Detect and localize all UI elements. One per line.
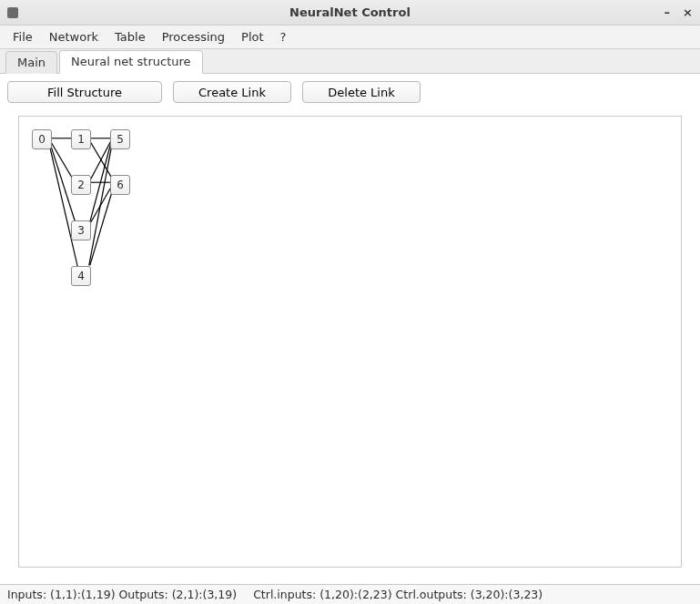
toolbar: Fill Structure Create Link Delete Link xyxy=(7,81,693,103)
tab-main[interactable]: Main xyxy=(5,51,57,74)
content: Fill Structure Create Link Delete Link xyxy=(0,74,700,584)
node-0[interactable]: 0 xyxy=(32,129,52,149)
menu-help[interactable]: ? xyxy=(273,27,294,46)
status-ctrl-inputs-label: Ctrl.inputs: xyxy=(253,588,316,601)
status-outputs-label: Outputs: xyxy=(119,588,168,601)
status-ctrl-inputs-value: (1,20):(2,23) xyxy=(320,588,391,601)
minimize-button[interactable]: – xyxy=(664,5,671,19)
window-controls: – × xyxy=(664,5,693,19)
titlebar: NeuralNet Control – × xyxy=(0,0,700,26)
status-ctrl-outputs-label: Ctrl.outputs: xyxy=(396,588,467,601)
svg-line-3 xyxy=(49,145,77,268)
menu-processing[interactable]: Processing xyxy=(155,27,232,46)
node-1[interactable]: 1 xyxy=(71,129,91,149)
tab-structure[interactable]: Neural net structure xyxy=(59,50,202,74)
status-outputs-value: (2,1):(3,19) xyxy=(172,588,237,601)
svg-line-11 xyxy=(90,186,114,265)
svg-line-5 xyxy=(91,143,113,180)
svg-line-8 xyxy=(90,143,111,222)
menu-table[interactable]: Table xyxy=(107,27,153,46)
create-link-button[interactable]: Create Link xyxy=(173,81,291,103)
status-ctrl-outputs-value: (3,20):(3,23) xyxy=(471,588,543,601)
menu-network[interactable]: Network xyxy=(42,27,106,46)
node-2[interactable]: 2 xyxy=(71,175,91,195)
svg-line-10 xyxy=(89,144,112,265)
node-3[interactable]: 3 xyxy=(71,220,91,241)
app-icon xyxy=(7,7,18,18)
node-4[interactable]: 4 xyxy=(71,266,91,286)
node-6[interactable]: 6 xyxy=(110,175,130,195)
node-5[interactable]: 5 xyxy=(110,129,130,149)
close-button[interactable]: × xyxy=(683,5,693,19)
delete-link-button[interactable]: Delete Link xyxy=(302,81,421,103)
status-inputs-label: Inputs: xyxy=(7,588,46,601)
structure-canvas[interactable]: 0 1 2 3 4 5 6 xyxy=(18,116,682,568)
menu-plot[interactable]: Plot xyxy=(234,27,271,46)
svg-line-6 xyxy=(91,141,111,179)
menubar: File Network Table Processing Plot ? xyxy=(0,26,700,49)
status-inputs-value: (1,1):(1,19) xyxy=(50,588,115,601)
menu-file[interactable]: File xyxy=(5,27,40,46)
statusbar: Inputs: (1,1):(1,19) Outputs: (2,1):(3,1… xyxy=(0,584,700,604)
fill-structure-button[interactable]: Fill Structure xyxy=(7,81,162,103)
window-title: NeuralNet Control xyxy=(0,5,700,19)
tabbar: Main Neural net structure xyxy=(0,49,700,74)
